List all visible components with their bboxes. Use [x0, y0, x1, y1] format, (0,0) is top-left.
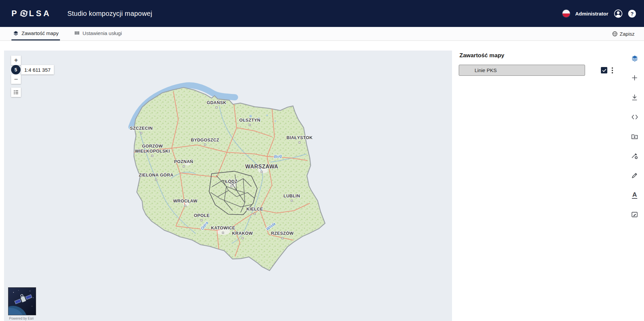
layer-row: Linie PKS: [459, 65, 622, 76]
tab-label: Ustawienia usługi: [83, 30, 122, 36]
layer-visibility-checkbox[interactable]: [601, 67, 607, 73]
globe-icon: [612, 31, 618, 37]
logo-letters: LSA: [29, 9, 51, 18]
header-actions: Administrator ?: [562, 9, 636, 18]
add-data-tool[interactable]: [629, 131, 640, 142]
layer-options-menu[interactable]: [610, 67, 614, 74]
overview-thumbnail[interactable]: [8, 287, 36, 315]
zoom-level-badge: 5: [11, 65, 21, 74]
legend-list-icon: [13, 89, 19, 95]
add-layer-tool[interactable]: [629, 72, 640, 84]
logo-letter: P: [11, 9, 19, 18]
note-tool[interactable]: [629, 209, 640, 220]
zoom-out-button[interactable]: −: [11, 74, 21, 84]
pencil-icon: [631, 172, 638, 179]
panel-title: Zawartość mapy: [459, 52, 622, 59]
tab-label: Zawartość mapy: [22, 30, 59, 36]
check-icon: [602, 68, 607, 73]
right-toolbar: A: [625, 41, 644, 321]
zoom-in-button[interactable]: +: [11, 56, 21, 65]
tab-bar: Zawartość mapy Ustawienia usługi Zapisz: [0, 27, 644, 41]
map-attribution: Powered by Esri: [9, 317, 34, 320]
save-button[interactable]: Zapisz: [612, 27, 635, 40]
zoom-controls: + 5 1:4 611 357 −: [11, 56, 54, 97]
grid-tab-icon: [74, 30, 80, 36]
legend-button[interactable]: [11, 88, 21, 97]
add-icon: [631, 74, 638, 82]
draw-tool[interactable]: [629, 170, 640, 181]
map-scale: 1:4 611 357: [21, 65, 54, 74]
map-content-panel: Zawartość mapy Linie PKS: [456, 41, 625, 321]
poland-flag-icon[interactable]: [562, 10, 570, 17]
download-icon: [631, 94, 638, 101]
map-canvas[interactable]: GDAŃSKOLSZTYNSZCZECINBIAŁYSTOKBYDGOSZCZG…: [4, 51, 452, 321]
content-area: GDAŃSKOLSZTYNSZCZECINBIAŁYSTOKBYDGOSZCZG…: [0, 41, 644, 321]
text-label-icon: A: [632, 191, 637, 199]
poland-map-graphic: [4, 51, 452, 321]
embed-code-tool[interactable]: [629, 111, 640, 123]
help-icon[interactable]: ?: [628, 10, 636, 18]
satellite-thumbnail-graphic: [8, 288, 36, 315]
tab-service-settings[interactable]: Ustawienia usługi: [73, 27, 123, 40]
style-settings-icon: [631, 152, 638, 160]
polsa-logo: P LSA: [11, 9, 51, 18]
add-data-icon: [631, 133, 638, 140]
style-settings-tool[interactable]: [629, 150, 640, 162]
app-title: Studio kompozycji mapowej: [67, 10, 152, 18]
username: Administrator: [575, 11, 608, 17]
user-avatar-icon[interactable]: [614, 9, 623, 18]
app-header: P LSA Studio kompozycji mapowej Administ…: [0, 0, 644, 27]
save-label: Zapisz: [620, 31, 635, 37]
tab-map-content[interactable]: Zawartość mapy: [11, 27, 60, 40]
note-icon: [631, 211, 638, 218]
layer-item[interactable]: Linie PKS: [459, 65, 585, 76]
layers-tab-icon: [13, 30, 19, 36]
layers-tool[interactable]: [629, 53, 640, 64]
layers-icon: [631, 55, 639, 62]
polsa-orbit-icon: [20, 9, 28, 18]
embed-code-icon: [631, 113, 639, 121]
download-tool[interactable]: [629, 92, 640, 103]
label-tool[interactable]: A: [629, 189, 640, 201]
